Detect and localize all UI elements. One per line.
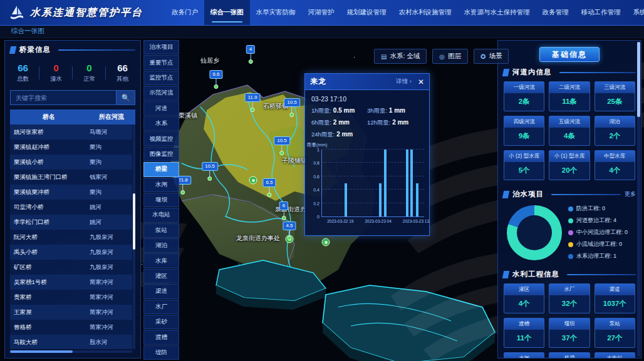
table-row[interactable]: 马鞍大桥殷水河: [10, 335, 132, 349]
layer-item-渠道[interactable]: 渠道: [143, 284, 179, 298]
rain-metric-value: 1 mm: [389, 107, 405, 114]
project-section-title: 治水项目: [512, 190, 544, 199]
stat-value: 0: [39, 63, 73, 73]
project-donut-chart: [507, 205, 562, 260]
bridge-name-cell: 姚河张家桥: [10, 125, 86, 140]
rain-marker[interactable]: 6: [279, 201, 288, 220]
rain-marker[interactable]: 6.6: [209, 70, 222, 89]
scrollbar-thumb[interactable]: [637, 42, 640, 117]
stat-label: 漫水: [39, 75, 73, 83]
layer-item-水闸[interactable]: 水闸: [143, 178, 179, 192]
facility-card-水电站: 水电站3个: [595, 352, 635, 358]
layer-item-泵站[interactable]: 泵站: [143, 223, 179, 238]
bridge-name-cell: 贵家桥: [10, 290, 86, 305]
table-row[interactable]: 阮河大桥九股泉河: [10, 230, 132, 245]
layer-item-图像监控[interactable]: 图像监控: [143, 147, 179, 161]
nav-item-规划建设管理[interactable]: 规划建设管理: [341, 0, 393, 25]
layer-item-桥梁[interactable]: 桥梁: [143, 162, 179, 176]
close-icon[interactable]: ✕: [418, 78, 424, 86]
layer-item-堰坝[interactable]: 堰坝: [143, 193, 179, 207]
table-row[interactable]: 矿区桥九股泉河: [10, 260, 132, 275]
table-row[interactable]: 司堂湾小桥姚河: [10, 200, 132, 215]
layer-item-采砂[interactable]: 采砂: [143, 315, 179, 329]
project-more-link[interactable]: 更多: [625, 190, 636, 198]
layer-item-河道[interactable]: 河道: [143, 101, 179, 116]
layer-item-水电站[interactable]: 水电站: [143, 208, 179, 222]
table-vertical-scrollbar: [133, 125, 135, 349]
nav-item-政务管理[interactable]: 政务管理: [536, 0, 575, 25]
popup-detail-link[interactable]: 详情 ›: [396, 78, 412, 86]
layer-item-视频监控[interactable]: 视频监控: [143, 131, 179, 146]
table-row[interactable]: 栗溪镇小桥栗沟: [10, 155, 132, 170]
station-icon[interactable]: [249, 176, 257, 185]
card-value: 5个: [504, 162, 544, 180]
river-card-湖泊: 湖泊2个: [595, 116, 635, 146]
layer-item-灌区[interactable]: 灌区: [143, 269, 179, 283]
layer-item-治水项目[interactable]: 治水项目: [143, 40, 179, 54]
scrollbar-thumb[interactable]: [10, 350, 73, 353]
nav-item-综合一张图[interactable]: 综合一张图: [204, 0, 250, 25]
layer-menu: 治水项目重要节点监控节点示范河流河道水系视频监控图像监控桥梁水闸堰坝水电站泵站湖…: [143, 40, 179, 361]
layer-item-水厂[interactable]: 水厂: [143, 300, 179, 314]
rain-marker[interactable]: 4: [246, 45, 255, 64]
marker-stem: [252, 102, 252, 108]
rain-marker[interactable]: 10.5: [202, 162, 218, 181]
layer-item-堤防[interactable]: 堤防: [143, 345, 179, 360]
table-row[interactable]: 姚河张家桥马嘶河: [10, 125, 132, 140]
layer-item-水系[interactable]: 水系: [143, 116, 179, 131]
table-row[interactable]: 栗溪镇赵冲桥栗沟: [10, 140, 132, 155]
nav-item-移动工作管理[interactable]: 移动工作管理: [575, 0, 627, 25]
nav-item-系统管理[interactable]: 系统管理: [627, 0, 644, 25]
scrollbar-thumb[interactable]: [133, 193, 135, 250]
marker-pin-icon: [180, 190, 185, 195]
rain-metric: 6h雨量: 2 mm: [311, 117, 367, 129]
tab-basic-info[interactable]: 基础信息: [539, 47, 600, 62]
table-row[interactable]: 吴家榜1号桥简家冲河: [10, 275, 132, 290]
table-row[interactable]: 禹头小桥九股泉河: [10, 245, 132, 260]
table-row[interactable]: 贵家桥简家冲河: [10, 290, 132, 305]
card-label: 小 (1) 型水库: [549, 151, 589, 162]
table-row[interactable]: 李学松门口桥姚河: [10, 215, 132, 230]
gridline: [322, 162, 424, 163]
rain-marker[interactable]: 11.9: [245, 93, 261, 112]
layer-item-示范河流[interactable]: 示范河流: [143, 86, 179, 100]
layer-item-渡槽[interactable]: 渡槽: [143, 330, 179, 344]
map-control-label: 水系: 全域: [390, 52, 420, 61]
facility-card-灌区: 灌区4个: [504, 283, 544, 313]
card-label: 桥梁: [549, 353, 589, 358]
layer-item-湖泊[interactable]: 湖泊: [143, 238, 179, 253]
card-label: 四级河流: [504, 116, 544, 128]
table-row[interactable]: 王家屋简家冲河: [10, 305, 132, 320]
map-control-图层[interactable]: ◎图层: [432, 49, 468, 64]
nav-item-水旱灾害防御[interactable]: 水旱灾害防御: [250, 0, 302, 25]
table-row[interactable]: 栗溪镇施王湾门口桥钱家河: [10, 170, 132, 185]
card-label: 渠道: [595, 284, 635, 295]
facility-section-title: 水利工程信息: [512, 270, 559, 279]
nav-item-政务门户[interactable]: 政务门户: [165, 0, 204, 25]
map-control-水系: 全域[interactable]: ▤水系: 全域: [374, 49, 427, 64]
facility-card-堰坝: 堰坝37个: [549, 318, 589, 348]
layer-item-重要节点[interactable]: 重要节点: [143, 55, 179, 69]
breadcrumb[interactable]: 综合一张图: [11, 27, 44, 36]
layer-item-水库[interactable]: 水库: [143, 253, 179, 268]
marker-pin-icon: [281, 216, 286, 220]
rain-marker[interactable]: 4.5: [283, 221, 296, 240]
nav-item-水资源与水土保持管理[interactable]: 水资源与水土保持管理: [458, 0, 536, 25]
nav-item-农村水利设施管理[interactable]: 农村水利设施管理: [393, 0, 458, 25]
right-panel-scrollbar: [637, 42, 640, 357]
table-row[interactable]: 曾格桥简家冲河: [10, 320, 132, 335]
legend-dot: [568, 230, 573, 235]
table-row[interactable]: 栗溪镇栗冲桥栗沟: [10, 185, 132, 200]
bridge-stat-正常: 0正常: [73, 63, 106, 83]
y-tick-label: 0.8: [307, 161, 319, 165]
marker-pin-icon: [248, 59, 252, 64]
map-control-场景[interactable]: ✪场景: [474, 49, 509, 64]
search-button[interactable]: 🔍: [116, 91, 135, 104]
rain-marker[interactable]: 10.5: [274, 136, 290, 155]
rain-marker[interactable]: 10.5: [284, 98, 300, 117]
search-input[interactable]: [11, 91, 116, 104]
station-icon[interactable]: [322, 238, 330, 247]
layer-item-监控节点[interactable]: 监控节点: [143, 71, 179, 85]
nav-item-河湖管护[interactable]: 河湖管护: [302, 0, 341, 25]
rain-marker[interactable]: 6.5: [262, 178, 276, 197]
